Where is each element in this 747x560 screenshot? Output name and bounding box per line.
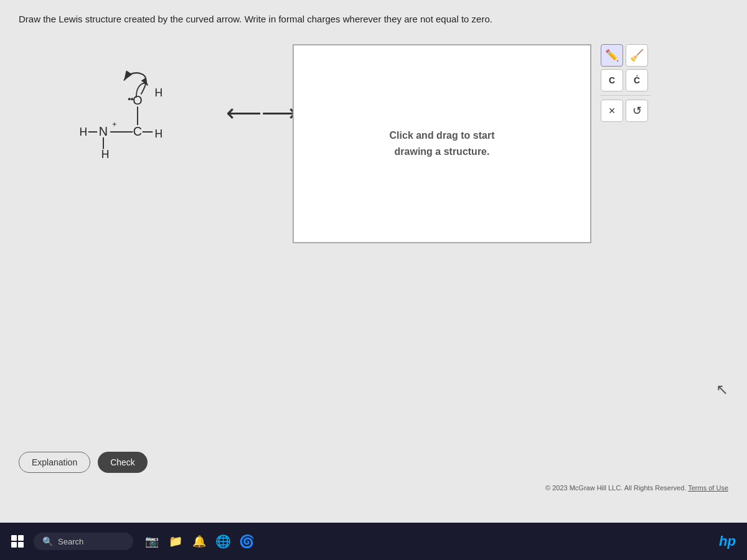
taskbar-folder-icon[interactable]: 📁 xyxy=(166,531,186,551)
carbon-button[interactable]: C xyxy=(601,69,623,91)
hp-logo: hp xyxy=(719,533,736,549)
svg-text:O: O xyxy=(133,93,142,107)
toolbar: ✏️ 🧹 C Ċ × ↺ xyxy=(601,44,651,122)
svg-text:H: H xyxy=(155,128,163,140)
win-cell-2 xyxy=(18,535,24,541)
check-button[interactable]: Check xyxy=(98,452,148,473)
copyright: © 2023 McGraw Hill LLC. All Rights Reser… xyxy=(545,484,728,492)
pencil-icon: ✏️ xyxy=(605,49,619,62)
toolbar-divider xyxy=(601,95,651,96)
svg-point-3 xyxy=(131,98,133,100)
arrow-container: ⟵⟶ xyxy=(230,100,293,125)
chrome-icon: 🌐 xyxy=(215,534,231,549)
drawing-area[interactable]: Click and drag to start drawing a struct… xyxy=(293,44,591,243)
taskbar-edge-icon[interactable]: 🌀 xyxy=(237,531,256,551)
carbon-label: C xyxy=(609,75,615,85)
win-cell-1 xyxy=(11,535,17,541)
svg-text:+: + xyxy=(112,120,116,129)
structure-svg: O H C H N + H xyxy=(25,57,237,194)
reaction-arrow: ⟵⟶ xyxy=(226,100,297,125)
search-icon: 🔍 xyxy=(42,536,53,546)
undo-button[interactable]: ↺ xyxy=(626,100,648,122)
bell-icon: 🔔 xyxy=(192,534,206,548)
svg-text:H: H xyxy=(80,126,88,138)
content-area: O H C H N + H xyxy=(19,38,728,243)
svg-text:C: C xyxy=(133,124,142,138)
svg-text:N: N xyxy=(99,124,108,138)
windows-logo xyxy=(11,535,24,548)
x-icon: × xyxy=(609,105,616,118)
svg-point-2 xyxy=(128,98,131,100)
drawing-placeholder: Click and drag to start drawing a struct… xyxy=(390,128,495,159)
explanation-button[interactable]: Explanation xyxy=(19,452,90,473)
taskbar-icons: 📷 📁 🔔 🌐 🌀 xyxy=(142,531,256,551)
svg-text:H: H xyxy=(101,148,110,161)
bottom-buttons: Explanation Check xyxy=(19,452,148,473)
main-content: Draw the Lewis structure created by the … xyxy=(0,0,747,523)
question-text: Draw the Lewis structure created by the … xyxy=(19,12,728,26)
clear-button[interactable]: × xyxy=(601,100,623,122)
taskbar-notification-icon[interactable]: 🔔 xyxy=(189,531,209,551)
taskbar-chrome-icon[interactable]: 🌐 xyxy=(213,531,233,551)
taskbar-search[interactable]: 🔍 Search xyxy=(34,533,133,550)
edge-icon: 🌀 xyxy=(239,534,255,549)
copyright-text: © 2023 McGraw Hill LLC. All Rights Reser… xyxy=(545,484,686,492)
lewis-structure: O H C H N + H xyxy=(19,44,230,243)
undo-icon: ↺ xyxy=(632,104,642,118)
win-cell-3 xyxy=(11,542,17,548)
toolbar-second-row: C Ċ xyxy=(601,69,651,91)
carbon-dot-button[interactable]: Ċ xyxy=(626,69,648,91)
svg-text:H: H xyxy=(155,86,163,99)
eraser-icon: 🧹 xyxy=(630,49,644,62)
camera-icon: 📷 xyxy=(145,534,159,548)
carbon-dot-label: Ċ xyxy=(634,75,640,85)
eraser-button[interactable]: 🧹 xyxy=(626,44,648,67)
cursor-arrow: ↖ xyxy=(716,381,728,398)
start-button[interactable] xyxy=(6,530,29,553)
folder-icon: 📁 xyxy=(169,534,182,548)
win-cell-4 xyxy=(18,542,24,548)
toolbar-third-row: × ↺ xyxy=(601,100,651,122)
taskbar-camera-icon[interactable]: 📷 xyxy=(142,531,162,551)
taskbar: 🔍 Search 📷 📁 🔔 🌐 🌀 hp xyxy=(0,523,747,560)
terms-of-use-link[interactable]: Terms of Use xyxy=(688,484,728,492)
pencil-button[interactable]: ✏️ xyxy=(601,44,623,67)
toolbar-top-row: ✏️ 🧹 xyxy=(601,44,651,67)
search-text: Search xyxy=(58,537,83,546)
taskbar-right: hp xyxy=(719,533,741,549)
